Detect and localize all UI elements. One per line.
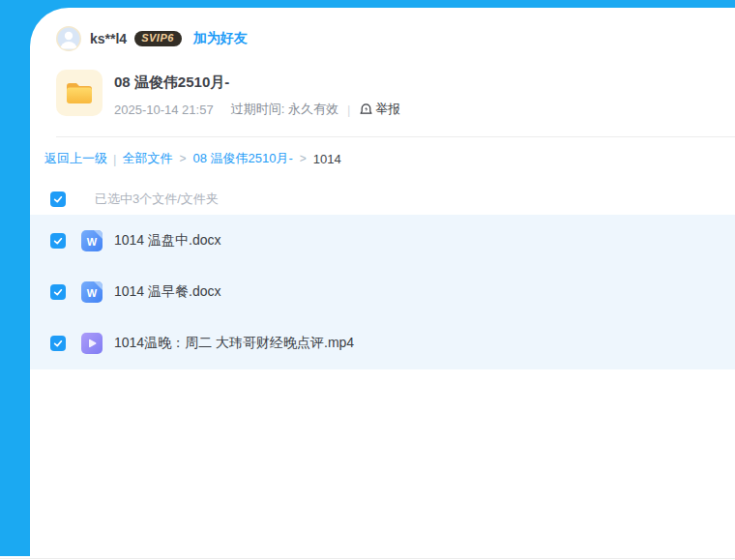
- selection-count-label: 已选中3个文件/文件夹: [95, 191, 219, 208]
- file-row[interactable]: 1014温晚：周二 大玮哥财经晚点评.mp4: [30, 317, 735, 368]
- breadcrumb-item-all-files[interactable]: 全部文件: [122, 150, 172, 167]
- share-expire: 过期时间: 永久有效: [231, 101, 338, 118]
- share-title: 08 温俊伟2510月-: [114, 74, 400, 92]
- file-row[interactable]: W 1014 温早餐.docx: [30, 266, 735, 317]
- svg-text:W: W: [87, 286, 98, 298]
- username: ks**l4: [90, 31, 127, 46]
- share-info: 08 温俊伟2510月- 2025-10-14 21:57 过期时间: 永久有效…: [114, 70, 400, 118]
- avatar: [56, 26, 81, 51]
- file-row[interactable]: W 1014 温盘中.docx: [30, 215, 735, 266]
- selection-summary-row: 已选中3个文件/文件夹: [50, 191, 735, 207]
- share-meta: 2025-10-14 21:57 过期时间: 永久有效 | 举报: [114, 101, 400, 118]
- breadcrumb-separator: >: [179, 152, 186, 165]
- file-name[interactable]: 1014 温盘中.docx: [114, 232, 221, 250]
- section-divider: [56, 136, 735, 137]
- select-all-checkbox[interactable]: [50, 192, 66, 207]
- report-bell-icon: [359, 103, 373, 117]
- report-button[interactable]: 举报: [359, 101, 400, 118]
- file-checkbox[interactable]: [50, 284, 66, 300]
- svip-badge: SVIP6: [134, 31, 182, 46]
- video-file-icon: [81, 333, 103, 354]
- file-name[interactable]: 1014温晚：周二 大玮哥财经晚点评.mp4: [114, 335, 354, 352]
- meta-divider: |: [347, 103, 350, 117]
- add-friend-link[interactable]: 加为好友: [193, 30, 248, 47]
- breadcrumb-back-link[interactable]: 返回上一级: [44, 150, 107, 167]
- breadcrumb-separator: >: [300, 152, 307, 165]
- share-header: 08 温俊伟2510月- 2025-10-14 21:57 过期时间: 永久有效…: [56, 70, 735, 118]
- breadcrumb: 返回上一级 | 全部文件 > 08 温俊伟2510月- > 1014: [44, 150, 735, 167]
- folder-icon: [65, 80, 94, 105]
- content-card: ks**l4 SVIP6 加为好友 08 温俊伟2510月- 2025-10-1…: [30, 8, 735, 556]
- breadcrumb-item-folder[interactable]: 08 温俊伟2510月-: [192, 150, 292, 167]
- svg-text:W: W: [87, 235, 98, 247]
- check-icon: [52, 193, 64, 205]
- file-name[interactable]: 1014 温早餐.docx: [114, 283, 221, 301]
- user-row: ks**l4 SVIP6 加为好友: [56, 26, 735, 51]
- file-checkbox[interactable]: [50, 336, 66, 351]
- word-doc-icon: W: [81, 230, 103, 251]
- check-icon: [52, 235, 64, 247]
- breadcrumb-current: 1014: [313, 152, 341, 166]
- check-icon: [52, 338, 64, 349]
- file-list: W 1014 温盘中.docx W 1014 温早餐.docx: [30, 215, 735, 369]
- report-label: 举报: [375, 101, 400, 118]
- check-icon: [52, 286, 64, 298]
- folder-tile: [56, 70, 103, 116]
- share-date: 2025-10-14 21:57: [114, 103, 214, 117]
- word-doc-icon: W: [81, 281, 103, 303]
- page-bottom-border: [0, 558, 735, 559]
- file-checkbox[interactable]: [50, 233, 66, 249]
- breadcrumb-bar: |: [113, 152, 116, 166]
